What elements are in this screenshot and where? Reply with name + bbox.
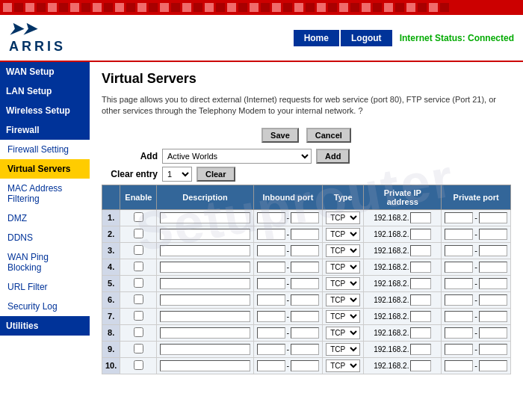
- save-button[interactable]: Save: [262, 128, 299, 143]
- description-input[interactable]: [160, 294, 250, 306]
- private-port-end[interactable]: [479, 360, 507, 371]
- inbound-port-start[interactable]: [257, 229, 285, 240]
- inbound-port-end[interactable]: [291, 262, 319, 273]
- private-port-end[interactable]: [479, 245, 507, 256]
- private-ip-input[interactable]: [410, 245, 431, 256]
- inbound-port-end[interactable]: [291, 212, 319, 223]
- private-port-start[interactable]: [445, 344, 473, 355]
- enable-checkbox[interactable]: [134, 327, 143, 337]
- description-input[interactable]: [160, 245, 250, 256]
- description-input[interactable]: [160, 311, 250, 322]
- sidebar-item-lan-setup[interactable]: LAN Setup: [0, 81, 90, 101]
- inbound-port-start[interactable]: [257, 327, 285, 339]
- sidebar-item-firewall-setting[interactable]: Firewall Setting: [0, 140, 90, 159]
- private-ip-input[interactable]: [410, 294, 431, 306]
- inbound-port-start[interactable]: [257, 294, 285, 306]
- enable-checkbox[interactable]: [134, 344, 143, 353]
- enable-checkbox[interactable]: [134, 278, 143, 288]
- cancel-button[interactable]: Cancel: [306, 128, 351, 143]
- type-dropdown[interactable]: TCPUDPBoth: [326, 261, 360, 274]
- private-port-start[interactable]: [445, 311, 473, 322]
- inbound-port-end[interactable]: [291, 229, 319, 240]
- private-ip-input[interactable]: [410, 311, 431, 322]
- private-port-end[interactable]: [479, 278, 507, 289]
- private-ip-input[interactable]: [410, 262, 431, 273]
- sidebar-item-utilities[interactable]: Utilities: [0, 316, 90, 336]
- description-input[interactable]: [160, 262, 250, 273]
- inbound-port-start[interactable]: [257, 344, 285, 355]
- enable-checkbox[interactable]: [134, 294, 143, 304]
- inbound-port-start[interactable]: [257, 360, 285, 371]
- private-port-start[interactable]: [445, 245, 473, 256]
- add-service-dropdown[interactable]: Active Worlds: [162, 149, 312, 164]
- sidebar-item-security-log[interactable]: Security Log: [0, 297, 90, 316]
- description-input[interactable]: [160, 344, 250, 355]
- private-port-start[interactable]: [445, 360, 473, 371]
- private-port-end[interactable]: [479, 294, 507, 306]
- description-input[interactable]: [160, 360, 250, 371]
- home-button[interactable]: Home: [294, 30, 339, 46]
- logout-button[interactable]: Logout: [341, 30, 392, 46]
- enable-checkbox[interactable]: [134, 245, 143, 255]
- sidebar-item-virtual-servers[interactable]: Virtual Servers: [0, 159, 90, 179]
- description-input[interactable]: [160, 229, 250, 240]
- enable-checkbox[interactable]: [134, 311, 143, 321]
- type-dropdown[interactable]: TCPUDPBoth: [326, 359, 360, 372]
- private-port-end[interactable]: [479, 311, 507, 322]
- inbound-port-end[interactable]: [291, 245, 319, 256]
- private-ip-input[interactable]: [410, 278, 431, 289]
- type-dropdown[interactable]: TCPUDPBoth: [326, 294, 360, 306]
- private-port-end[interactable]: [479, 327, 507, 339]
- enable-checkbox[interactable]: [134, 262, 143, 271]
- description-input[interactable]: [160, 212, 250, 223]
- private-ip-input[interactable]: [410, 344, 431, 355]
- private-port-start[interactable]: [445, 327, 473, 339]
- private-port-start[interactable]: [445, 262, 473, 273]
- inbound-port-end[interactable]: [291, 344, 319, 355]
- sidebar-item-wan-ping[interactable]: WAN Ping Blocking: [0, 247, 90, 277]
- inbound-port-end[interactable]: [291, 327, 319, 339]
- sidebar-item-wan-setup[interactable]: WAN Setup: [0, 62, 90, 81]
- inbound-port-start[interactable]: [257, 262, 285, 273]
- clear-entry-dropdown[interactable]: 1234 5678 910: [162, 167, 192, 182]
- type-dropdown[interactable]: TCPUDPBoth: [326, 310, 360, 323]
- sidebar-item-wireless-setup[interactable]: Wireless Setup: [0, 101, 90, 120]
- type-dropdown[interactable]: TCPUDPBoth: [326, 228, 360, 241]
- type-dropdown[interactable]: TCPUDPBoth: [326, 277, 360, 290]
- private-port-start[interactable]: [445, 278, 473, 289]
- private-port-end[interactable]: [479, 344, 507, 355]
- enable-checkbox[interactable]: [134, 212, 143, 222]
- add-button[interactable]: Add: [316, 149, 350, 164]
- description-input[interactable]: [160, 278, 250, 289]
- inbound-port-start[interactable]: [257, 245, 285, 256]
- clear-button[interactable]: Clear: [196, 167, 235, 182]
- private-port-end[interactable]: [479, 212, 507, 223]
- private-ip-input[interactable]: [410, 360, 431, 371]
- enable-checkbox[interactable]: [134, 360, 143, 370]
- private-port-start[interactable]: [445, 212, 473, 223]
- sidebar-item-firewall[interactable]: Firewall: [0, 120, 90, 140]
- private-ip-input[interactable]: [410, 212, 431, 223]
- private-port-start[interactable]: [445, 229, 473, 240]
- private-ip-input[interactable]: [410, 229, 431, 240]
- sidebar-item-mac-filtering[interactable]: MAC Address Filtering: [0, 179, 90, 209]
- private-ip-input[interactable]: [410, 327, 431, 339]
- type-dropdown[interactable]: TCPUDPBoth: [326, 211, 360, 224]
- sidebar-item-url-filter[interactable]: URL Filter: [0, 277, 90, 297]
- inbound-port-end[interactable]: [291, 278, 319, 289]
- private-port-start[interactable]: [445, 294, 473, 306]
- sidebar-item-dmz[interactable]: DMZ: [0, 209, 90, 228]
- type-dropdown[interactable]: TCPUDPBoth: [326, 244, 360, 257]
- inbound-port-end[interactable]: [291, 294, 319, 306]
- type-dropdown[interactable]: TCPUDPBoth: [326, 343, 360, 356]
- inbound-port-start[interactable]: [257, 212, 285, 223]
- type-dropdown[interactable]: TCPUDPBoth: [326, 327, 360, 339]
- inbound-port-end[interactable]: [291, 360, 319, 371]
- inbound-port-start[interactable]: [257, 278, 285, 289]
- inbound-port-start[interactable]: [257, 311, 285, 322]
- private-port-end[interactable]: [479, 229, 507, 240]
- enable-checkbox[interactable]: [134, 229, 143, 238]
- description-input[interactable]: [160, 327, 250, 339]
- sidebar-item-ddns[interactable]: DDNS: [0, 228, 90, 247]
- private-port-end[interactable]: [479, 262, 507, 273]
